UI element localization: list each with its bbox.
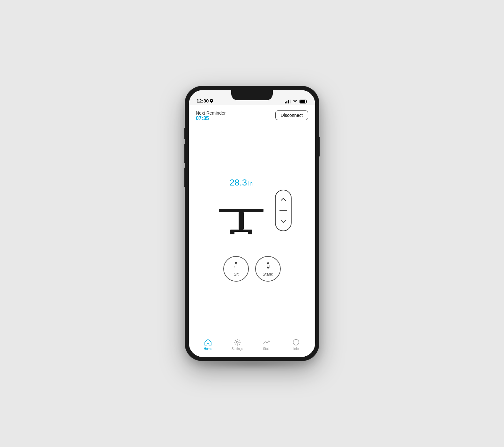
location-icon bbox=[210, 99, 213, 103]
status-time: 12:30 bbox=[196, 98, 213, 103]
desk-height-unit: in bbox=[248, 180, 253, 187]
status-icons bbox=[285, 100, 308, 103]
silent-button bbox=[184, 128, 185, 139]
tab-stats-label: Stats bbox=[263, 347, 271, 351]
phone-shadow bbox=[195, 361, 309, 367]
notch bbox=[231, 90, 273, 100]
svg-rect-1 bbox=[300, 100, 305, 103]
svg-point-9 bbox=[236, 341, 238, 343]
height-control bbox=[275, 190, 292, 231]
tab-stats[interactable]: Stats bbox=[257, 338, 276, 351]
preset-row: Sit bbox=[223, 256, 281, 282]
signal-icon bbox=[285, 100, 291, 103]
svg-point-11 bbox=[296, 341, 296, 341]
power-button bbox=[319, 137, 320, 156]
wifi-icon bbox=[293, 100, 298, 103]
settings-icon bbox=[233, 338, 241, 346]
svg-rect-3 bbox=[239, 212, 244, 230]
ud-divider bbox=[279, 210, 287, 211]
svg-rect-2 bbox=[219, 209, 263, 212]
reminder-section: Next Reminder 07:35 bbox=[196, 110, 226, 121]
stats-icon bbox=[263, 338, 271, 346]
app-content: Next Reminder 07:35 Disconnect 28.3 in bbox=[189, 105, 315, 357]
desk-illustration bbox=[212, 192, 270, 243]
disconnect-button[interactable]: Disconnect bbox=[275, 110, 308, 120]
sit-label: Sit bbox=[233, 272, 238, 277]
reminder-label: Next Reminder bbox=[196, 110, 226, 116]
tab-settings[interactable]: Settings bbox=[228, 338, 247, 351]
main-area: 28.3 in bbox=[189, 125, 315, 334]
battery-icon bbox=[300, 100, 308, 103]
svg-rect-5 bbox=[230, 231, 234, 234]
desk-height-value: 28.3 bbox=[230, 178, 247, 188]
sit-icon bbox=[232, 261, 241, 270]
desk-section: 28.3 in bbox=[212, 178, 292, 243]
reminder-time: 07:35 bbox=[196, 116, 226, 121]
time-display: 12:30 bbox=[196, 98, 209, 103]
tab-info-label: Info bbox=[293, 347, 299, 351]
volume-up-button bbox=[184, 144, 185, 163]
tab-info[interactable]: Info bbox=[286, 338, 306, 351]
desk-visual: 28.3 in bbox=[212, 178, 270, 243]
height-up-button[interactable] bbox=[278, 193, 289, 205]
sit-preset-button[interactable]: Sit bbox=[223, 256, 249, 282]
tab-settings-label: Settings bbox=[232, 347, 243, 351]
info-icon bbox=[292, 338, 300, 346]
svg-rect-6 bbox=[248, 231, 252, 234]
volume-down-button bbox=[184, 168, 185, 187]
stand-label: Stand bbox=[263, 272, 273, 277]
tab-home-label: Home bbox=[204, 347, 212, 351]
tab-home[interactable]: Home bbox=[198, 338, 218, 351]
phone-screen: 12:30 bbox=[189, 90, 315, 357]
app-header: Next Reminder 07:35 Disconnect bbox=[189, 105, 315, 125]
stand-icon bbox=[263, 261, 272, 270]
stand-preset-button[interactable]: Stand bbox=[255, 256, 281, 282]
tab-bar: Home Settings bbox=[190, 334, 314, 357]
home-icon bbox=[204, 338, 212, 346]
phone-frame: 12:30 bbox=[185, 86, 319, 361]
height-down-button[interactable] bbox=[278, 216, 289, 227]
